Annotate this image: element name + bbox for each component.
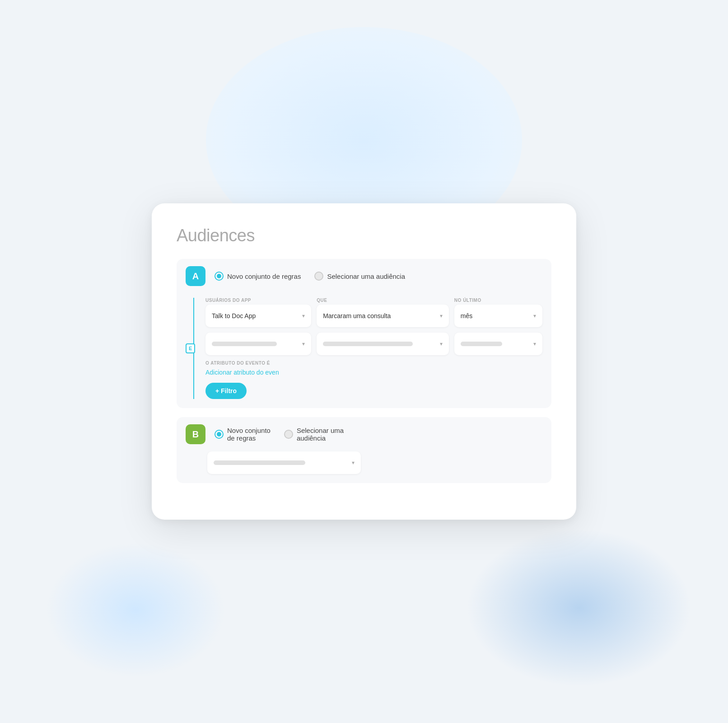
chevron-app-icon: ▾ [302,313,305,319]
placeholder-bar-b [214,460,305,465]
chevron-ultimo-icon: ▾ [533,313,536,319]
select-que-value: Marcaram uma consulta [323,312,391,319]
label-app: USUÁRIOS DO APP [205,298,311,303]
radio-circle-checked-b [215,430,224,439]
select-app[interactable]: Talk to Doc App ▾ [205,305,311,327]
radio-circle-unchecked-a [314,272,323,281]
filter-button[interactable]: + Filtro [205,383,247,399]
field-group-ultimo-2: ▾ [454,333,542,355]
audience-a-header: A Novo conjunto de regras Selecionar uma… [177,259,551,293]
label-que: QUE [317,298,449,303]
radio-circle-unchecked-b [284,430,293,439]
select-que-2[interactable]: ▾ [317,333,449,355]
select-app-2[interactable]: ▾ [205,333,311,355]
audience-a-body: E USUÁRIOS DO APP Talk to Doc App ▾ [177,293,551,408]
page-title: Audiences [177,226,551,245]
audience-a-radio-group: Novo conjunto de regras Selecionar uma a… [215,272,405,281]
radio-select-audience-b[interactable]: Selecionar umaaudiência [284,427,344,442]
field-group-app-2: ▾ [205,333,311,355]
audience-b-radio-group: Novo conjuntode regras Selecionar umaaud… [215,427,344,442]
field-group-app: USUÁRIOS DO APP Talk to Doc App ▾ [205,298,311,327]
select-ultimo[interactable]: mês ▾ [454,305,542,327]
chevron-app2-icon: ▾ [302,341,305,347]
filter-row-2: ▾ ▾ ▾ [205,333,542,355]
audience-b-section: B Novo conjuntode regras Selecionar umaa… [177,417,551,483]
event-attr-label: O ATRIBUTO DO EVENTO É [205,361,542,366]
radio-label-new-ruleset-b: Novo conjuntode regras [227,427,271,442]
radio-label-new-ruleset-a: Novo conjunto de regras [227,272,301,280]
audience-a-section: A Novo conjunto de regras Selecionar uma… [177,259,551,408]
placeholder-bar-3 [461,342,502,346]
field-group-ultimo: NO ÚLTIMO mês ▾ [454,298,542,327]
filter-rows-wrapper: E USUÁRIOS DO APP Talk to Doc App ▾ [186,298,542,399]
chevron-que2-icon: ▾ [440,341,443,347]
connector-line-area: E [186,298,202,399]
radio-label-select-audience-b: Selecionar umaaudiência [297,427,344,442]
chevron-ultimo2-icon: ▾ [533,341,536,347]
select-ultimo-2[interactable]: ▾ [454,333,542,355]
radio-label-select-audience-a: Selecionar uma audiência [327,272,405,280]
select-app-value: Talk to Doc App [212,312,256,319]
field-group-que-2: ▾ [317,333,449,355]
select-b-placeholder[interactable]: ▾ [207,451,361,474]
audience-b-header: B Novo conjuntode regras Selecionar umaa… [177,417,551,451]
chevron-b-icon: ▾ [352,460,355,466]
radio-circle-checked-a [215,272,224,281]
connector-label: E [186,343,195,353]
radio-new-ruleset-a[interactable]: Novo conjunto de regras [215,272,301,281]
field-group-que: QUE Marcaram uma consulta ▾ [317,298,449,327]
audience-a-badge: A [186,266,205,286]
audience-b-body: ▾ [177,451,551,483]
radio-new-ruleset-b[interactable]: Novo conjuntode regras [215,427,271,442]
select-ultimo-value: mês [461,312,472,319]
filter-rows: USUÁRIOS DO APP Talk to Doc App ▾ QUE Ma… [205,298,542,399]
placeholder-bar-2 [323,342,413,346]
select-que[interactable]: Marcaram uma consulta ▾ [317,305,449,327]
placeholder-bar-1 [212,342,277,346]
main-card: Audiences A Novo conjunto de regras Sele… [152,203,576,520]
add-attr-link[interactable]: Adicionar atributo do even [205,369,279,376]
chevron-que-icon: ▾ [440,313,443,319]
filter-row-1: USUÁRIOS DO APP Talk to Doc App ▾ QUE Ma… [205,298,542,327]
audience-b-badge: B [186,424,205,444]
event-attr-section: O ATRIBUTO DO EVENTO É Adicionar atribut… [205,361,542,376]
radio-select-audience-a[interactable]: Selecionar uma audiência [314,272,405,281]
label-ultimo: NO ÚLTIMO [454,298,542,303]
